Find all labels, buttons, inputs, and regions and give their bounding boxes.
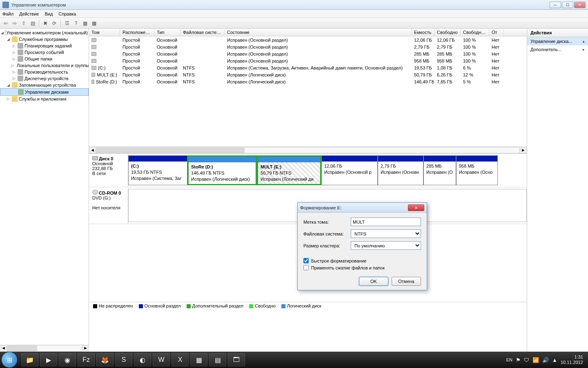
volume-row[interactable]: ПростойОсновнойИсправен (Основной раздел…: [89, 57, 527, 64]
volume-row[interactable]: ПростойОсновнойИсправен (Основной раздел…: [89, 36, 527, 43]
select-filesystem[interactable]: NTFS: [351, 229, 421, 238]
tb-back-icon[interactable]: ⇦: [2, 19, 10, 27]
tree-group-tools[interactable]: ◢Служебные программы: [0, 36, 89, 43]
language-indicator[interactable]: EN: [506, 357, 512, 362]
col-freepct[interactable]: Свободно %: [461, 29, 489, 36]
partition-header: [457, 156, 497, 162]
ok-button[interactable]: OK: [359, 277, 388, 286]
taskbar-app2-icon[interactable]: ▦: [190, 353, 207, 366]
volume-row[interactable]: MULT (E:)ПростойОсновнойNTFSИсправен (Ло…: [89, 71, 527, 78]
partition[interactable]: (C:)19,53 ГБ NTFSИсправен (Система, Заг: [128, 155, 187, 185]
window-title: Управление компьютером: [11, 2, 550, 7]
volume-icon: [91, 66, 96, 70]
volume-row[interactable]: ПростойОсновнойИсправен (Основной раздел…: [89, 43, 527, 50]
tb-list-icon[interactable]: ☰: [63, 19, 71, 27]
col-tom[interactable]: Том: [89, 29, 120, 36]
taskbar-filezilla-icon[interactable]: Fz: [78, 353, 95, 366]
taskbar-app-icon[interactable]: ◉: [59, 353, 76, 366]
taskbar-firefox-icon[interactable]: 🦊: [96, 353, 114, 366]
taskbar-clock[interactable]: 1:31 10.11.2012: [561, 355, 583, 365]
dialog-title: Форматирование E:: [300, 205, 408, 210]
taskbar-explorer-icon[interactable]: 📁: [21, 353, 38, 366]
input-volume-name[interactable]: [351, 218, 421, 226]
tray-flag-icon[interactable]: ⚑: [516, 357, 521, 363]
col-type[interactable]: Тип: [154, 29, 180, 36]
dialog-close-button[interactable]: ✕: [408, 204, 424, 211]
tb-properties-icon[interactable]: ▤: [29, 19, 37, 27]
label-cluster-size: Размер кластера:: [303, 243, 351, 248]
col-fault[interactable]: От: [489, 29, 504, 36]
tb-help-icon[interactable]: ?: [72, 19, 80, 27]
disk-row-disk0[interactable]: Диск 0 Основной 232,88 ГБ В сети (C:)19,…: [89, 154, 527, 187]
volume-row[interactable]: (C:)ПростойОсновнойNTFSИсправен (Система…: [89, 64, 527, 71]
partition[interactable]: 12,06 ГБИсправен (Основной р: [321, 155, 378, 185]
volume-row[interactable]: StoRe (D:)ПростойОсновнойNTFSИсправен (Л…: [89, 78, 527, 85]
checkbox-quick-format[interactable]: [303, 258, 309, 263]
tray-up-icon[interactable]: ▲: [552, 357, 557, 363]
col-layout[interactable]: Расположение: [120, 29, 154, 36]
partition[interactable]: StoRe (D:)146,49 ГБ NTFSИсправен (Логиче…: [187, 155, 257, 185]
tree-item[interactable]: ▷Просмотр событий: [0, 49, 89, 56]
taskbar-excel-icon[interactable]: X: [172, 353, 189, 366]
tree-item[interactable]: ▷Общие папки: [0, 56, 89, 62]
label-filesystem: Файловая система:: [303, 231, 351, 236]
actions-disk-management[interactable]: Управление диска...▴: [527, 37, 588, 45]
select-cluster-size[interactable]: По умолчанию: [351, 241, 421, 250]
maximize-button[interactable]: ☐: [562, 2, 573, 8]
label-volume-name: Метка тома:: [303, 220, 351, 224]
taskbar-media-icon[interactable]: ▶: [40, 353, 57, 366]
nav-tree[interactable]: ◢Управление компьютером (локальный) ◢Слу…: [0, 29, 89, 352]
tree-item[interactable]: ▷Планировщик заданий: [0, 43, 89, 49]
volume-hscrollbar[interactable]: ◀▶: [89, 146, 527, 153]
menu-action[interactable]: Действие: [19, 11, 39, 16]
menu-view[interactable]: Вид: [45, 11, 53, 16]
volume-icon: [91, 38, 96, 42]
taskbar-mmc-icon[interactable]: 🗔: [228, 353, 245, 366]
volume-list-header: Том Расположение Тип Файловая система Со…: [89, 29, 527, 36]
col-fs[interactable]: Файловая система: [180, 29, 225, 36]
tb-up-icon[interactable]: ⇧: [20, 19, 28, 27]
col-capacity[interactable]: Емкость: [412, 29, 434, 36]
partition[interactable]: MULT (E:)50,79 ГБ NTFSИсправен (Логическ…: [257, 155, 321, 185]
tray-volume-icon[interactable]: 🔊: [542, 357, 549, 363]
tree-group-services[interactable]: ▷Службы и приложения: [0, 96, 89, 102]
tree-root[interactable]: ◢Управление компьютером (локальный): [0, 29, 89, 36]
start-button[interactable]: ⊞: [2, 352, 17, 368]
partition[interactable]: 2,79 ГБИсправен (Основн: [378, 155, 423, 185]
tray-shield-icon[interactable]: 🛡: [524, 357, 529, 363]
tb-refresh-icon[interactable]: ⟳: [50, 19, 58, 27]
tb-forward-icon[interactable]: ⇨: [11, 19, 19, 27]
volume-icon: [91, 73, 95, 77]
tb-diskview2-icon[interactable]: ▩: [90, 19, 98, 27]
cdrom-icon: [92, 190, 98, 195]
col-status[interactable]: Состояние: [225, 29, 412, 36]
app-icon: [2, 2, 9, 8]
volume-row[interactable]: ПростойОсновнойИсправен (Основной раздел…: [89, 50, 527, 57]
tb-delete-icon[interactable]: ✖: [41, 19, 49, 27]
volume-icon: [91, 52, 96, 56]
tray-network-icon[interactable]: 📶: [532, 357, 539, 363]
checkbox-compression[interactable]: [303, 265, 309, 270]
tree-group-storage[interactable]: ◢Запоминающие устройства: [0, 82, 89, 88]
tree-hscrollbar[interactable]: ◀▶: [0, 345, 89, 352]
dialog-titlebar[interactable]: Форматирование E: ✕: [298, 203, 427, 213]
taskbar-app3-icon[interactable]: ▤: [209, 353, 226, 366]
menu-help[interactable]: Справка: [58, 11, 76, 16]
col-free[interactable]: Свободно: [434, 29, 461, 36]
taskbar-skype-icon[interactable]: S: [115, 353, 132, 366]
toolbar: ⇦ ⇨ ⇧ ▤ ✖ ⟳ ☰ ? ▦ ▩: [0, 18, 588, 29]
minimize-button[interactable]: ─: [550, 2, 561, 8]
tb-diskview1-icon[interactable]: ▦: [81, 19, 89, 27]
cancel-button[interactable]: Отмена: [392, 277, 421, 286]
tree-item-disk-management[interactable]: Управление дисками: [0, 88, 89, 96]
taskbar-word-icon[interactable]: W: [153, 353, 170, 366]
tree-item[interactable]: ▷Производительность: [0, 69, 89, 75]
partition[interactable]: 285 МБИсправен (О: [423, 155, 456, 185]
actions-more[interactable]: Дополнитель...▸: [527, 45, 588, 54]
partition[interactable]: 958 МБИсправен (Осно: [456, 155, 498, 185]
tree-item[interactable]: ▷Локальные пользователи и группы: [0, 62, 89, 69]
menu-file[interactable]: Файл: [2, 11, 13, 16]
close-button[interactable]: ✕: [574, 2, 586, 8]
taskbar-chrome-icon[interactable]: ◐: [134, 353, 151, 366]
tree-item[interactable]: ▷Диспетчер устройств: [0, 75, 89, 82]
